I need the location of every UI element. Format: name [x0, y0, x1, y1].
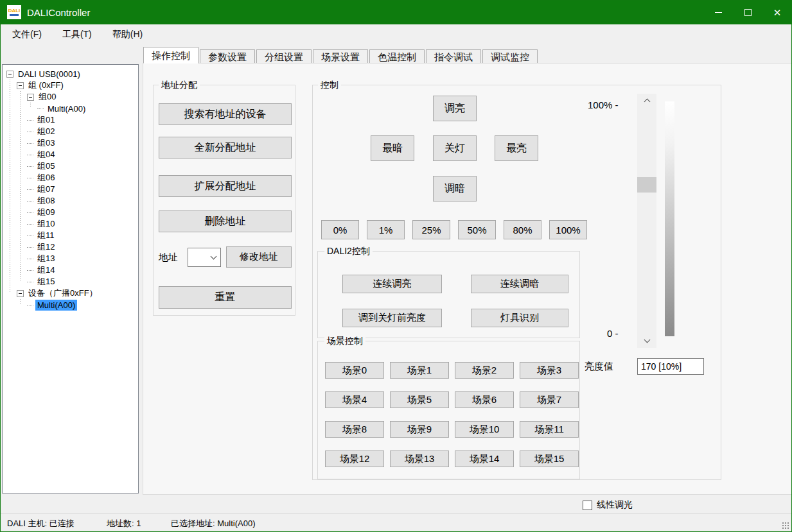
scene-button-10[interactable]: 场景10 [455, 421, 514, 438]
tree-item-20[interactable]: Multi(A00) [3, 299, 138, 311]
scene-button-11[interactable]: 场景11 [520, 421, 579, 438]
scroll-down-button[interactable] [637, 336, 656, 347]
tab-3[interactable]: 场景设置 [313, 49, 368, 64]
address-group-button-3[interactable]: 删除地址 [159, 210, 292, 232]
scene-button-5[interactable]: 场景5 [390, 391, 449, 408]
address-group-button-2[interactable]: 扩展分配地址 [159, 175, 292, 197]
tree-item-7[interactable]: 组04 [3, 149, 138, 160]
percent-button-0%[interactable]: 0% [321, 220, 359, 239]
address-combobox[interactable] [188, 248, 221, 267]
menu-item-0[interactable]: 文件(F) [3, 25, 51, 44]
scene-button-1[interactable]: 场景1 [390, 362, 449, 379]
tree-item-16[interactable]: 组13 [3, 253, 138, 264]
tree-item-1[interactable]: 组 (0xFF) [3, 80, 138, 91]
min-button[interactable]: 最暗 [371, 135, 414, 161]
dim-down-button[interactable]: 调暗 [433, 176, 477, 202]
scene-button-13[interactable]: 场景13 [390, 450, 449, 467]
tab-page-operation-control: 地址分配 地址 修改地址 重置 搜索有地址的设备全新分配地址扩展分配地址删除地址… [143, 63, 792, 495]
brightness-scrollbar[interactable] [637, 94, 656, 348]
scene-button-15[interactable]: 场景15 [520, 450, 579, 467]
tree-item-6[interactable]: 组03 [3, 137, 138, 149]
tab-0[interactable]: 操作控制 [143, 47, 198, 64]
tree-item-label: 组13 [35, 252, 57, 265]
scene-button-14[interactable]: 场景14 [455, 450, 514, 467]
tree-item-label: 组00 [37, 90, 58, 103]
tree-connector [27, 166, 33, 167]
tab-6[interactable]: 调试监控 [482, 49, 538, 64]
tree-item-19[interactable]: 设备（广播0xFF） [3, 287, 138, 299]
tree-item-0[interactable]: DALI USB(0001) [3, 68, 138, 80]
percent-button-50%[interactable]: 50% [458, 220, 496, 239]
tree-connector [27, 259, 33, 259]
brightness-value-label: 亮度值 [585, 361, 613, 373]
scene-button-6[interactable]: 场景6 [455, 391, 514, 408]
tree-item-17[interactable]: 组14 [3, 264, 138, 276]
window-title: DALIController [27, 7, 90, 18]
tree-item-11[interactable]: 组08 [3, 195, 138, 207]
tree-item-8[interactable]: 组05 [3, 160, 138, 172]
tree-connector [27, 224, 33, 225]
tree-item-18[interactable]: 组15 [3, 276, 138, 287]
tree-item-3[interactable]: Multi(A00) [3, 103, 138, 114]
percent-button-1%[interactable]: 1% [367, 220, 405, 239]
address-group-button-0[interactable]: 搜索有地址的设备 [159, 103, 292, 125]
slider-min-label: 0 - [607, 328, 619, 339]
luminaire-identify-button[interactable]: 灯具识别 [471, 309, 568, 327]
brightness-value-field[interactable]: 170 [10%] [637, 358, 704, 375]
tab-1[interactable]: 参数设置 [200, 49, 255, 64]
scrollbar-thumb[interactable] [637, 177, 656, 193]
tree-item-14[interactable]: 组11 [3, 230, 138, 241]
percent-button-100%[interactable]: 100% [549, 220, 587, 239]
tab-2[interactable]: 分组设置 [256, 49, 312, 64]
tree-item-4[interactable]: 组01 [3, 114, 138, 126]
menu-item-1[interactable]: 工具(T) [53, 25, 101, 44]
percent-button-25%[interactable]: 25% [412, 220, 450, 239]
tree-expander-icon[interactable] [27, 94, 34, 101]
tree-connector [27, 143, 33, 144]
scene-button-4[interactable]: 场景4 [325, 391, 384, 408]
tab-5[interactable]: 指令调试 [426, 49, 481, 64]
control-group: 控制 调亮 最暗 关灯 最亮 调暗 0%1%25%50%80%100% DALI… [312, 85, 721, 480]
scroll-up-button[interactable] [637, 95, 656, 106]
tree-item-label: 组07 [35, 183, 57, 196]
app-icon-text: DALI [8, 8, 21, 13]
tree-item-12[interactable]: 组09 [3, 207, 138, 218]
tree-item-15[interactable]: 组12 [3, 241, 138, 253]
tab-4[interactable]: 色温控制 [369, 49, 425, 64]
tree-item-2[interactable]: 组00 [3, 91, 138, 103]
scene-button-2[interactable]: 场景2 [455, 362, 514, 379]
recall-pre-off-level-button[interactable]: 调到关灯前亮度 [342, 309, 442, 327]
tree-item-13[interactable]: 组10 [3, 218, 138, 230]
dim-up-button[interactable]: 调亮 [433, 96, 477, 121]
scene-button-12[interactable]: 场景12 [325, 450, 384, 467]
maximize-button[interactable] [733, 0, 762, 24]
menu-item-2[interactable]: 帮助(H) [103, 25, 152, 44]
scene-button-8[interactable]: 场景8 [325, 421, 384, 438]
scene-button-3[interactable]: 场景3 [520, 362, 579, 379]
lamp-off-button[interactable]: 关灯 [433, 135, 477, 161]
continuous-dim-down-button[interactable]: 连续调暗 [471, 275, 568, 293]
tree-item-label: 组10 [35, 218, 57, 230]
tree-expander-icon[interactable] [17, 290, 24, 297]
address-group-button-1[interactable]: 全新分配地址 [159, 137, 292, 159]
resize-grip-icon[interactable] [782, 522, 789, 529]
continuous-dim-up-button[interactable]: 连续调亮 [342, 275, 442, 293]
reset-button[interactable]: 重置 [159, 286, 292, 309]
tree-item-label: 组03 [35, 137, 57, 150]
close-button[interactable]: ✕ [762, 0, 792, 24]
tree-item-5[interactable]: 组02 [3, 126, 138, 137]
minimize-button[interactable] [703, 0, 733, 24]
max-button[interactable]: 最亮 [495, 135, 538, 161]
linear-dimming-checkbox[interactable] [583, 501, 592, 510]
scene-button-0[interactable]: 场景0 [325, 362, 384, 379]
tree-item-9[interactable]: 组06 [3, 172, 138, 184]
scene-button-9[interactable]: 场景9 [390, 421, 449, 438]
tree-expander-icon[interactable] [6, 71, 13, 78]
tree-expander-icon[interactable] [17, 82, 24, 89]
tree-item-label: 组05 [35, 160, 57, 173]
scene-button-7[interactable]: 场景7 [520, 391, 579, 408]
dali2-group-title: DALI2控制 [324, 246, 373, 257]
modify-address-button[interactable]: 修改地址 [226, 246, 292, 268]
percent-button-80%[interactable]: 80% [504, 220, 541, 239]
tree-item-10[interactable]: 组07 [3, 184, 138, 195]
